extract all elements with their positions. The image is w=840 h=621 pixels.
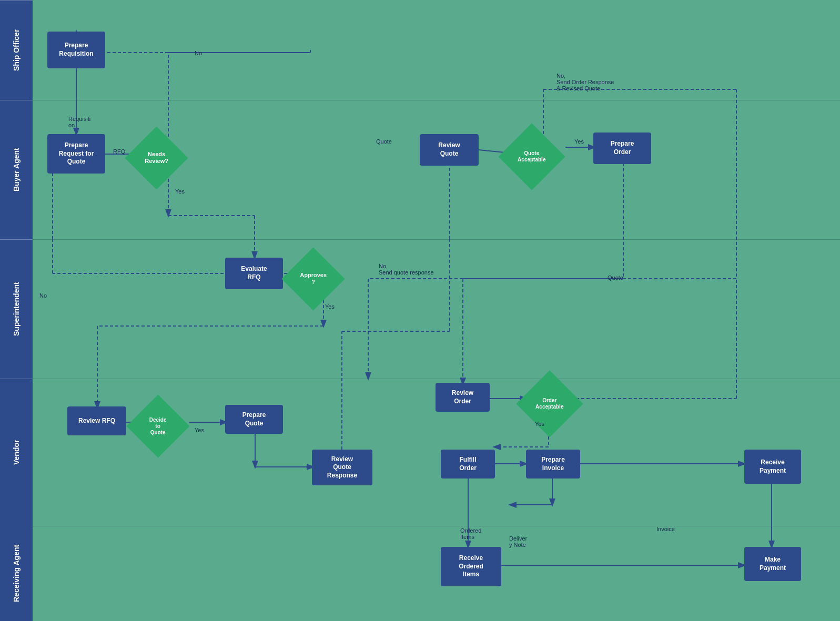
diamond-decide-to-quote[interactable]: DecidetoQuote xyxy=(126,394,189,457)
diamond-quote-acceptable[interactable]: QuoteAcceptable xyxy=(498,123,565,190)
box-receive-payment[interactable]: ReceivePayment xyxy=(744,450,801,484)
label-no-order: No,Send Order Response& Revised Quote xyxy=(556,73,614,91)
label-yes2: Yes xyxy=(325,303,335,310)
lane-label-ship: Ship Officer xyxy=(0,0,33,100)
label-quote1: Quote xyxy=(376,138,392,145)
arrows-svg xyxy=(0,0,840,621)
label-yes5: Yes xyxy=(535,421,544,427)
diamond-approves[interactable]: Approves? xyxy=(281,247,345,310)
box-make-payment[interactable]: MakePayment xyxy=(744,547,801,581)
swimlane-labels: Ship Officer Buyer Agent Superintendent … xyxy=(0,0,33,621)
label-ordered-items: OrderedItems xyxy=(460,527,481,540)
box-review-quote[interactable]: ReviewQuote xyxy=(420,134,479,166)
lane-label-buyer: Buyer Agent xyxy=(0,100,33,239)
divider-buyer-super xyxy=(33,239,840,240)
diamond-order-acceptable[interactable]: OrderAcceptable xyxy=(516,370,583,437)
label-no1: No xyxy=(39,292,47,299)
divider-vendor-receiving xyxy=(33,526,840,526)
diamond-needs-review[interactable]: NeedsReview? xyxy=(125,126,188,189)
label-delivery: Delivery Note xyxy=(509,535,527,548)
label-quote2: Quote xyxy=(608,274,623,281)
box-fulfill-order[interactable]: FulfillOrder xyxy=(441,450,495,479)
label-yes3: Yes xyxy=(195,427,204,433)
label-no-send: No,Send quote response xyxy=(379,263,434,276)
label-rfq: RFQ xyxy=(113,148,125,155)
label-yes4: Yes xyxy=(574,138,584,145)
box-prepare-quote[interactable]: PrepareQuote xyxy=(225,405,283,434)
box-prepare-requisition[interactable]: PrepareRequisition xyxy=(47,32,105,68)
label-no2: No xyxy=(195,50,202,56)
box-prepare-rfq[interactable]: PrepareRequest forQuote xyxy=(47,134,105,174)
lane-label-receiving: Receiving Agent xyxy=(0,526,33,621)
lane-label-super: Superintendent xyxy=(0,239,33,379)
box-receive-ordered-items[interactable]: ReceiveOrderedItems xyxy=(441,547,501,586)
box-evaluate-rfq[interactable]: EvaluateRFQ xyxy=(225,258,283,289)
divider-ship-buyer xyxy=(33,100,840,100)
label-invoice: Invoice xyxy=(656,526,675,532)
box-prepare-invoice[interactable]: PrepareInvoice xyxy=(526,450,580,479)
box-review-order[interactable]: ReviewOrder xyxy=(436,383,490,412)
label-requisition: Requisition xyxy=(68,116,90,128)
box-review-quote-response[interactable]: ReviewQuoteResponse xyxy=(312,450,372,485)
lane-label-vendor: Vendor xyxy=(0,379,33,526)
divider-super-vendor xyxy=(33,379,840,379)
box-prepare-order[interactable]: PrepareOrder xyxy=(593,133,651,164)
box-review-rfq[interactable]: Review RFQ xyxy=(67,406,126,435)
label-yes1: Yes xyxy=(175,188,185,195)
diagram-container: Ship Officer Buyer Agent Superintendent … xyxy=(0,0,840,621)
